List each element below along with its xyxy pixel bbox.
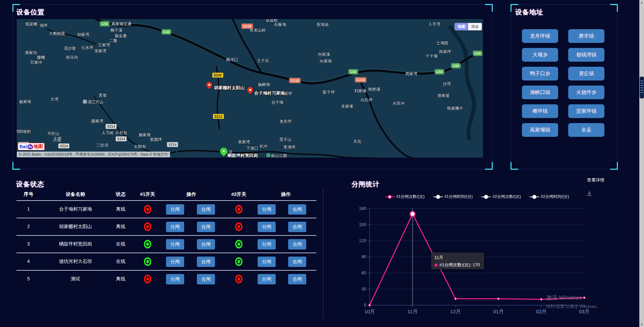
map-place-label: 干子堰: [426, 53, 438, 59]
tooltip-category: 11月: [434, 255, 481, 261]
y-axis-label: 60: [362, 270, 366, 275]
map-place-label: 太阳包: [134, 144, 146, 150]
open-switch-button[interactable]: 分闸: [258, 257, 276, 267]
y-axis-label: 30: [362, 286, 366, 291]
open-switch-button[interactable]: 分闸: [166, 239, 184, 250]
scrollbar-thumb[interactable]: [640, 76, 644, 99]
map-place-label: 合子坳: [271, 100, 283, 105]
map-place-label: 大坳: [53, 138, 61, 143]
download-icon[interactable]: [586, 190, 592, 197]
tooltip-series-dot: [434, 264, 437, 267]
map-place-label: 栗园坪: [150, 137, 162, 143]
baidu-paw-icon: du: [27, 144, 33, 149]
legend-item[interactable]: #1分闸时间/(分): [433, 194, 473, 200]
scrollbar-up-icon[interactable]: ▲: [639, 1, 644, 4]
switch2-indicator-red: [235, 275, 243, 283]
legend-item[interactable]: #2分闸次数/(次): [481, 194, 521, 200]
windows-activation-watermark-sub: 转到“设置”以激活 Windows。: [546, 304, 601, 310]
map-place-label: 胡马沟: [66, 55, 78, 60]
map-type-混合[interactable]: 混合: [468, 23, 482, 30]
close-switch-button[interactable]: 合闸: [197, 204, 215, 215]
close-switch-button[interactable]: 合闸: [288, 257, 306, 267]
address-button-火烧坪乡[interactable]: 火烧坪乡: [568, 86, 604, 99]
map-place-label: 驼地岩: [317, 22, 329, 28]
close-switch-button[interactable]: 合闸: [197, 222, 215, 232]
open-switch-button[interactable]: 分闸: [258, 239, 276, 250]
data-point-emphasis: [410, 212, 415, 217]
y-axis-label: 90: [362, 254, 366, 259]
address-button-全县[interactable]: 全县: [568, 123, 604, 137]
legend-marker-icon: [433, 195, 443, 199]
windows-activation-watermark: 激活 Windows: [546, 294, 582, 302]
corner-bracket: [610, 4, 618, 12]
close-switch-button[interactable]: 合闸: [288, 239, 306, 250]
table-header-6: 操作: [259, 191, 313, 198]
y-axis-label: 120: [359, 238, 366, 243]
switch2-indicator-green: [235, 257, 243, 266]
table-separator: [16, 235, 316, 236]
map-place-label: 土地咀: [436, 40, 448, 46]
road-badge-G50: G50: [348, 69, 358, 74]
road-badge-G50: G50: [451, 63, 461, 68]
row-status: 离线: [91, 224, 151, 230]
view-details-link[interactable]: 查看详情: [587, 177, 604, 183]
chart-legend: #1分闸次数/(次)#1分闸时间/(分)#2分闸次数/(次)#2分闸时间/(分): [385, 194, 569, 200]
corner-bracket: [610, 162, 618, 170]
y-axis-label: 150: [359, 222, 366, 227]
open-switch-button[interactable]: 分闸: [166, 222, 184, 232]
scrollbar-down-icon[interactable]: ▼: [639, 323, 644, 326]
legend-label: #1分闸次数/(次): [396, 194, 425, 200]
open-switch-button[interactable]: 分闸: [258, 274, 276, 284]
address-button-都镇湾镇[interactable]: 都镇湾镇: [568, 48, 604, 62]
close-switch-button[interactable]: 合闸: [197, 239, 215, 250]
address-button-龙舟坪镇[interactable]: 龙舟坪镇: [522, 29, 558, 43]
open-switch-button[interactable]: 分闸: [166, 274, 184, 284]
close-switch-button[interactable]: 合闸: [288, 204, 306, 215]
trip-stats-title: 分闸统计: [352, 180, 380, 189]
road-badge-S212: S212: [213, 114, 224, 119]
row-status: 在线: [91, 241, 151, 247]
table-separator: [16, 270, 316, 271]
open-switch-button[interactable]: 分闸: [258, 222, 276, 232]
close-switch-button[interactable]: 合闸: [197, 274, 215, 284]
map-place-label: 莲子山: [279, 137, 291, 143]
map-pin-label: 晒鼓坪村荒田岗: [227, 153, 258, 158]
open-switch-button[interactable]: 分闸: [258, 204, 276, 215]
road-badge-X214: X214: [116, 137, 127, 142]
map-place-label: 腰棚: [37, 55, 45, 60]
legend-marker-icon: [385, 195, 394, 199]
map-canvas[interactable]: 笔架槽洞坪天鹅抱蛋胡家湾高家堰互通梅子溪紫金寨二墩金益村石板地青龙山村驼地岩人手…: [17, 19, 483, 158]
address-button-磨市镇[interactable]: 磨市镇: [568, 29, 604, 43]
legend-item[interactable]: #1分闸次数/(次): [385, 194, 425, 200]
device-address-panel: 设备地址 龙舟坪镇磨市镇大堰乡都镇湾镇鸭子口乡资丘镇渔峡口镇火烧坪乡榔坪镇贺家坪…: [511, 4, 618, 169]
close-switch-button[interactable]: 合闸: [288, 274, 306, 284]
map-type-地图[interactable]: 地图: [455, 23, 468, 30]
address-button-鸭子口乡[interactable]: 鸭子口乡: [522, 67, 558, 80]
x-axis-label: 10月: [364, 309, 375, 314]
address-button-大堰乡[interactable]: 大堰乡: [522, 48, 558, 62]
data-point: [454, 298, 457, 300]
open-switch-button[interactable]: 分闸: [166, 257, 184, 267]
address-button-榔坪镇[interactable]: 榔坪镇: [522, 104, 558, 118]
road-badge-G318: G318: [241, 24, 253, 29]
table-separator: [16, 253, 316, 253]
legend-item[interactable]: #2分闸时间/(分): [530, 194, 569, 200]
road-badge-G50: G50: [473, 51, 482, 56]
park-icon: [267, 154, 270, 157]
map-place-label: 天鹅抱蛋: [49, 31, 65, 37]
map-copyright: © 2021 Baidu - GS(2019)5218号 - 甲测资字11009…: [17, 152, 170, 157]
map-place-label: 大湾: [50, 97, 58, 102]
close-switch-button[interactable]: 合闸: [197, 257, 215, 267]
road-badge-X214: X214: [106, 124, 117, 129]
address-button-贺家坪镇[interactable]: 贺家坪镇: [568, 104, 604, 118]
address-button-资丘镇[interactable]: 资丘镇: [568, 67, 604, 80]
address-button-渔峡口镇[interactable]: 渔峡口镇: [522, 86, 558, 99]
address-button-高家堰镇[interactable]: 高家堰镇: [522, 123, 558, 137]
map-pin-label: 胡家棚村太阳山: [214, 85, 245, 91]
close-switch-button[interactable]: 合闸: [288, 222, 306, 232]
open-switch-button[interactable]: 分闸: [166, 204, 184, 215]
page-scrollbar[interactable]: ▲ ▼: [639, 0, 644, 327]
map-place-label: 三岔河: [96, 143, 108, 148]
map-place-label: 二墩: [109, 38, 117, 44]
map-place-label: 清江方山: [83, 99, 104, 105]
